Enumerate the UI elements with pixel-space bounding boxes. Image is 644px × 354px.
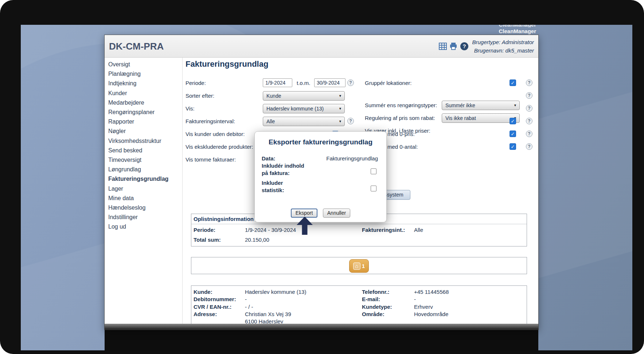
customer-row: Kunde: Haderslev kommune (13) Telefonnr.… [191, 288, 527, 296]
kundetype-label: Kundetype: [362, 303, 392, 311]
label-line: Inkludér indhold [262, 163, 304, 169]
summary-total-value: 20.150,00 [245, 235, 269, 245]
cleanmanager-logo: CleanManager [478, 28, 536, 34]
cancel-button[interactable]: Annuller [323, 209, 350, 218]
user-name-text: Brugernavn: dk5_master [472, 46, 534, 55]
debitornummer-value: - [245, 296, 247, 303]
zero-quantity-label: med 0-antal: [387, 140, 418, 153]
email-label: E-mail: [362, 296, 380, 303]
user-type-text: Brugertype: Administrator [472, 38, 534, 46]
label-line: statistik: [262, 187, 284, 193]
cleanmanager-logo-fragment: CleanManager [478, 25, 536, 27]
pager-box: ⌂ 1 [191, 257, 527, 274]
sidebar-item-indstillinger[interactable]: Indstillinger [108, 213, 182, 222]
summary-interval-label: Faktureringsint.: [362, 225, 405, 235]
sort-select[interactable]: Kunde ▼ [263, 91, 345, 101]
summary-periode-label: Periode: [194, 225, 215, 235]
printer-icon[interactable] [449, 42, 457, 50]
kunde-label: Kunde: [194, 288, 212, 296]
adresse-label: Adresse: [194, 311, 217, 318]
customers-without-debtor-label: Vis kunder uden debitor: [186, 128, 245, 140]
group-locations-checkbox[interactable]: ✓ [510, 79, 516, 86]
window-cutoff-area [105, 330, 538, 350]
summary-box-header: Oplistningsinformation [194, 214, 254, 224]
include-statistics-checkbox[interactable] [371, 186, 376, 191]
excluded-products-label: Vis ekskluderede produkter: [186, 140, 253, 153]
customer-row: Adresse: Christian Xs Vej 39 Område: Hov… [191, 311, 527, 318]
chevron-down-icon: ▼ [339, 92, 342, 100]
price-adjustment-help-icon[interactable]: ? [526, 105, 532, 112]
sum-cleaning-types-help-icon[interactable]: ? [526, 92, 532, 99]
group-locations-help-icon[interactable]: ? [526, 79, 532, 86]
export-dialog-title: Eksporter faktureringsgrundlag [255, 138, 386, 146]
label-line: Inkluder [262, 180, 283, 186]
period-to-input[interactable] [314, 78, 346, 87]
sort-select-value: Kunde [266, 93, 281, 99]
help-icon[interactable]: ? [460, 42, 468, 50]
kundetype-value: Erhverv [414, 303, 433, 311]
zero-price-checkbox[interactable]: ✓ [510, 131, 516, 137]
empty-invoices-label: Vis tomme fakturaer: [186, 153, 236, 166]
cvr-ean-value: - / - [245, 303, 253, 311]
export-dialog: Eksporter faktureringsgrundlag Data: Fak… [255, 132, 386, 222]
page-title: Faktureringsgrundlag [186, 59, 268, 69]
periode-label: Periode: [186, 77, 206, 89]
summary-periode-value: 1/9-2024 - 30/9-2024 [245, 225, 296, 235]
fixed-price-items-checkbox[interactable]: ✓ [510, 118, 516, 124]
customer-row: Debitornummer: - E-mail: - [191, 296, 527, 303]
window-header: DK-CM-PRA [105, 35, 538, 58]
include-statistics-label: Inkluder statistik: [262, 179, 284, 194]
summary-interval-value: Alle [414, 225, 423, 235]
invoicing-interval-value: Alle [266, 118, 275, 124]
user-info: Brugertype: Administrator Brugernavn: dk… [472, 38, 534, 55]
cvr-ean-label: CVR / EAN-nr.: [194, 303, 231, 311]
window-title: DK-CM-PRA [109, 41, 164, 52]
telefonnr-value: +45 11445568 [414, 288, 449, 296]
email-value: - [414, 296, 416, 303]
omrade-value: Hovedområde [414, 311, 448, 318]
chevron-down-icon: ▼ [339, 104, 342, 113]
sidebar-item-log-ud[interactable]: Log ud [108, 222, 182, 232]
telefonnr-label: Telefonnr.: [362, 288, 390, 296]
sort-label: Sorter efter: [186, 89, 214, 102]
vis-select[interactable]: Haderslev kommune (13) ▼ [263, 104, 345, 113]
divider [191, 224, 527, 224]
invoicing-interval-select[interactable]: Alle ▼ [263, 117, 345, 126]
include-invoice-content-checkbox[interactable] [371, 168, 376, 174]
chevron-down-icon: ▼ [339, 117, 342, 126]
periode-help-icon[interactable]: ? [347, 79, 354, 86]
customer-info-box: Kunde: Haderslev kommune (13) Telefonnr.… [191, 285, 527, 330]
group-locations-label: Gruppér lokationer: [365, 77, 411, 89]
sidebar-item-mine-data[interactable]: Mine data [108, 194, 182, 203]
house-icon: ⌂ [353, 262, 360, 270]
adresse-value-line1: Christian Xs Vej 39 [245, 311, 291, 318]
fixed-price-items-help-icon[interactable]: ? [526, 118, 532, 124]
dialog-buttons: Eksport Annuller [255, 209, 386, 218]
include-invoice-content-label: Inkludér indhold på faktura: [262, 162, 304, 177]
sidebar-item-lager[interactable]: Lager [108, 184, 182, 194]
vis-label: Vis: [186, 102, 195, 115]
omrade-label: Område: [362, 311, 385, 318]
zero-quantity-checkbox[interactable]: ✓ [510, 143, 516, 150]
data-value: Faktureringsgrundlag [326, 155, 378, 162]
kunde-value: Haderslev kommune (13) [245, 288, 306, 296]
debitornummer-label: Debitornummer: [194, 296, 236, 303]
invoicing-interval-help-icon[interactable]: ? [347, 118, 354, 124]
window-bottom-clip [105, 324, 538, 330]
screenshot-frame: CleanManager CleanManager DK-CM-PRA [0, 0, 644, 354]
table-icon[interactable] [439, 42, 447, 50]
sidebar-item-faktureringsgrundlag[interactable]: Faktureringsgrundlag [108, 174, 182, 184]
summary-row: Total sum: 20.150,00 [191, 235, 527, 245]
zero-quantity-help-icon[interactable]: ? [526, 143, 532, 150]
period-from-input[interactable] [263, 78, 292, 87]
sidebar-item-haendelseslog[interactable]: Hændelseslog [108, 203, 182, 213]
data-label: Data: [262, 155, 276, 162]
summary-total-label: Total sum: [194, 235, 221, 245]
customer-row: CVR / EAN-nr.: - / - Kundetype: Erhverv [191, 303, 527, 311]
sidebar-item-oversigt[interactable]: Oversigt [108, 60, 182, 69]
zero-price-help-icon[interactable]: ? [526, 131, 532, 137]
customer-pager-button[interactable]: ⌂ 1 [349, 259, 369, 273]
export-button[interactable]: Eksport [291, 209, 317, 218]
label-line: på faktura: [262, 170, 290, 176]
summary-row: Periode: 1/9-2024 - 30/9-2024 Fakturerin… [191, 225, 527, 235]
